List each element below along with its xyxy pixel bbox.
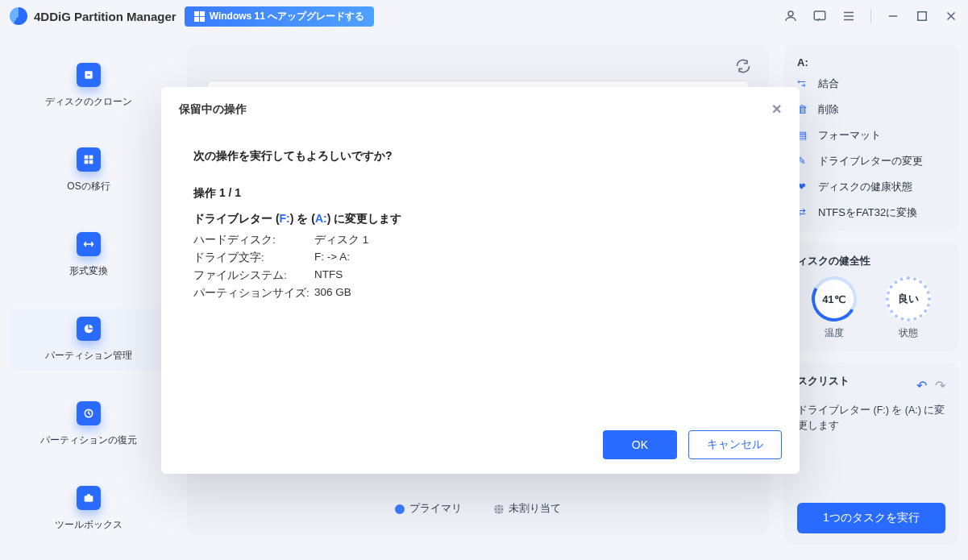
sidebar-label: OSの移行 — [67, 180, 110, 193]
sidebar-item-partition-manage[interactable]: パーティション管理 — [10, 309, 168, 371]
sidebar-label: パーティション管理 — [45, 349, 132, 363]
detail-value: ディスク 1 — [314, 233, 767, 247]
sidebar-item-disk-clone[interactable]: ディスクのクローン — [10, 55, 168, 117]
health-title: ィスクの健全性 — [797, 254, 945, 268]
upgrade-windows-button[interactable]: Windows 11 へアップグレードする — [185, 6, 375, 27]
detail-value: F: -> A: — [314, 251, 767, 265]
action-change-drive-letter[interactable]: ✎ドライブレターの変更 — [797, 154, 945, 168]
state-label: 状態 — [899, 326, 918, 340]
detail-key: ハードディスク: — [193, 233, 314, 247]
action-ntfs-to-fat32[interactable]: ⇄NTFSをFAT32に変換 — [797, 205, 945, 220]
action-disk-health[interactable]: ❤ディスクの健康状態 — [797, 180, 945, 194]
menu-icon[interactable] — [841, 9, 856, 23]
tasklist-title: スクリスト — [797, 374, 850, 388]
state-gauge: 良い — [886, 276, 931, 321]
ok-button[interactable]: OK — [603, 430, 677, 459]
svg-rect-5 — [89, 156, 93, 160]
undo-icon[interactable]: ↶ — [916, 378, 927, 393]
sidebar-item-toolbox[interactable]: ツールボックス — [10, 478, 168, 540]
confirm-question: 次の操作を実行してもよろしいですか? — [193, 149, 767, 164]
sidebar-label: パーティションの復元 — [40, 433, 137, 447]
temperature-gauge: 41℃ — [807, 272, 862, 327]
refresh-icon[interactable] — [735, 58, 751, 77]
detail-value: NTFS — [314, 268, 767, 283]
svg-rect-4 — [85, 156, 89, 160]
run-tasks-button[interactable]: 1つのタスクを実行 — [797, 503, 945, 533]
feedback-icon[interactable] — [812, 9, 827, 23]
svg-rect-1 — [814, 11, 825, 20]
operation-details: ハードディスク: ディスク 1 ドライブ文字: F: -> A: ファイルシステ… — [193, 233, 767, 301]
legend: プライマリ 未割り当て — [187, 501, 769, 516]
app-logo-icon — [10, 7, 27, 25]
window-maximize-icon[interactable] — [915, 9, 929, 23]
action-delete[interactable]: 🗑削除 — [797, 102, 945, 117]
pending-operations-modal: 保留中の操作 ✕ 次の操作を実行してもよろしいですか? 操作 1 / 1 ドライ… — [161, 87, 800, 474]
disk-clone-icon — [77, 63, 101, 87]
svg-rect-11 — [87, 494, 90, 496]
svg-rect-6 — [85, 160, 89, 164]
redo-icon[interactable]: ↷ — [935, 378, 945, 393]
sidebar-item-os-migration[interactable]: OSの移行 — [10, 139, 168, 201]
titlebar: 4DDiG Partition Manager Windows 11 へアップグ… — [0, 0, 968, 32]
detail-key: ドライブ文字: — [193, 251, 314, 265]
partition-recover-icon — [77, 401, 101, 425]
sidebar-label: 形式変換 — [69, 264, 108, 278]
svg-point-0 — [788, 11, 793, 16]
drive-actions-panel: A: ⥃結合 🗑削除 ▤フォーマット ✎ドライブレターの変更 ❤ディスクの健康状… — [784, 45, 958, 231]
windows-logo-icon — [194, 11, 205, 22]
pending-task-text: ドライブレター (F:) を (A:) に変更します — [797, 403, 945, 433]
legend-primary: プライマリ — [395, 501, 462, 516]
operation-counter: 操作 1 / 1 — [193, 186, 767, 201]
cancel-button[interactable]: キャンセル — [688, 430, 782, 459]
svg-rect-2 — [918, 12, 927, 21]
titlebar-actions — [783, 9, 958, 23]
account-icon[interactable] — [783, 9, 798, 23]
sidebar-item-partition-recover[interactable]: パーティションの復元 — [10, 393, 168, 455]
drive-header: A: — [797, 56, 945, 68]
modal-close-icon[interactable]: ✕ — [771, 102, 782, 117]
partition-manage-icon — [77, 317, 101, 341]
modal-title: 保留中の操作 — [179, 102, 247, 117]
window-close-icon[interactable] — [944, 9, 958, 23]
operation-description: ドライブレター (F:) を (A:) に変更します — [193, 212, 767, 226]
action-merge[interactable]: ⥃結合 — [797, 77, 945, 91]
legend-unallocated: 未割り当て — [494, 501, 561, 516]
app-title: 4DDiG Partition Manager — [34, 10, 177, 23]
titlebar-divider — [870, 9, 871, 23]
temp-label: 温度 — [825, 326, 844, 340]
detail-key: ファイルシステム: — [193, 268, 314, 283]
svg-rect-7 — [89, 160, 93, 164]
detail-value: 306 GB — [314, 286, 767, 301]
task-list-panel: スクリスト ↶ ↷ ドライブレター (F:) を (A:) に変更します 1つの… — [784, 363, 958, 545]
window-minimize-icon[interactable] — [886, 9, 900, 23]
action-format[interactable]: ▤フォーマット — [797, 128, 945, 143]
convert-icon — [77, 232, 101, 256]
sidebar-label: ディスクのクローン — [45, 95, 132, 109]
os-migration-icon — [77, 147, 101, 172]
sidebar: ディスクのクローン OSの移行 形式変換 パーティション管理 パーティションの復… — [0, 40, 177, 540]
toolbox-icon — [77, 486, 101, 510]
sidebar-label: ツールボックス — [55, 518, 123, 532]
right-column: A: ⥃結合 🗑削除 ▤フォーマット ✎ドライブレターの変更 ❤ディスクの健康状… — [784, 45, 958, 545]
sidebar-item-convert[interactable]: 形式変換 — [10, 224, 168, 286]
svg-rect-10 — [85, 496, 93, 501]
disk-health-panel: ィスクの健全性 41℃ 良い 温度 状態 — [784, 243, 958, 351]
upgrade-label: Windows 11 へアップグレードする — [210, 10, 365, 23]
detail-key: パーティションサイズ: — [193, 286, 314, 301]
